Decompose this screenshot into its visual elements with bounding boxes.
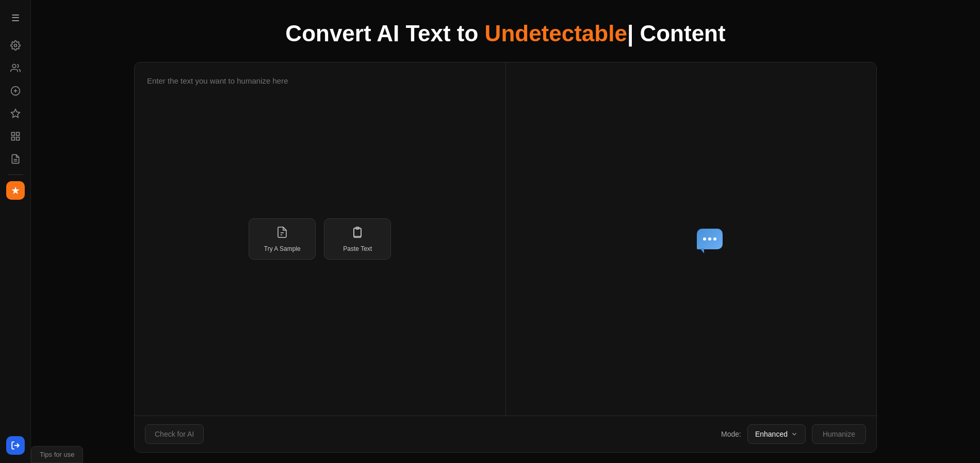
sidebar-item-magic[interactable] xyxy=(6,104,25,123)
sidebar-item-logout[interactable] xyxy=(6,436,25,455)
title-cursor: | xyxy=(627,21,633,46)
paste-text-label: Paste Text xyxy=(343,245,372,252)
left-panel: Try A Sample Paste Text xyxy=(135,62,506,416)
paste-text-button[interactable]: Paste Text xyxy=(324,218,391,260)
humanize-button[interactable]: Humanize xyxy=(812,424,866,444)
sidebar: ☰ xyxy=(0,0,31,463)
title-text-1: Convert AI Text to xyxy=(285,21,484,46)
svg-rect-9 xyxy=(16,137,19,140)
svg-rect-8 xyxy=(11,137,14,140)
mode-selected-value: Enhanced xyxy=(755,430,788,438)
editor-panels: Try A Sample Paste Text xyxy=(135,62,876,416)
document-icon xyxy=(276,226,288,241)
editor-container: Try A Sample Paste Text xyxy=(134,62,877,453)
sidebar-bottom xyxy=(6,436,25,455)
title-highlight: Undetectable xyxy=(485,21,627,46)
menu-icon[interactable]: ☰ xyxy=(7,8,24,28)
chat-bubble-icon xyxy=(697,229,723,249)
try-sample-label: Try A Sample xyxy=(264,245,301,252)
chat-bubble-dots xyxy=(703,237,716,241)
chat-icon-container xyxy=(697,229,723,249)
bottom-toolbar: Check for AI Mode: Enhanced Humanize xyxy=(135,416,876,452)
svg-point-0 xyxy=(14,44,17,47)
page-title: Convert AI Text to Undetectable| Content xyxy=(285,21,725,46)
sidebar-item-templates[interactable] xyxy=(6,127,25,146)
mode-label: Mode: xyxy=(721,430,741,438)
try-sample-button[interactable]: Try A Sample xyxy=(249,218,316,260)
svg-point-1 xyxy=(12,65,16,68)
sidebar-item-users[interactable] xyxy=(6,59,25,77)
sidebar-item-humanize[interactable] xyxy=(6,181,25,200)
chevron-down-icon xyxy=(791,430,798,438)
svg-rect-7 xyxy=(16,133,19,136)
clipboard-icon xyxy=(351,226,364,241)
dot-2 xyxy=(708,237,711,241)
title-text-2: Content xyxy=(633,21,725,46)
mode-select[interactable]: Enhanced xyxy=(747,424,806,444)
right-panel xyxy=(506,62,877,416)
svg-rect-6 xyxy=(11,133,14,136)
tips-bar[interactable]: Tips for use xyxy=(31,446,83,463)
check-ai-button[interactable]: Check for AI xyxy=(145,424,204,444)
sidebar-item-notes[interactable] xyxy=(6,150,25,168)
sidebar-item-settings[interactable] xyxy=(6,36,25,55)
sidebar-item-add[interactable] xyxy=(6,82,25,100)
sidebar-divider xyxy=(8,174,23,175)
center-buttons: Try A Sample Paste Text xyxy=(249,218,391,260)
dot-3 xyxy=(713,237,716,241)
svg-marker-5 xyxy=(11,109,20,118)
main-content: Convert AI Text to Undetectable| Content xyxy=(31,0,980,463)
dot-1 xyxy=(703,237,706,241)
